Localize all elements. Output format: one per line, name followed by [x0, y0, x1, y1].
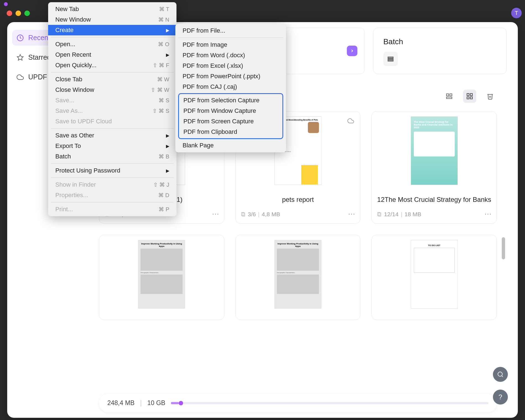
- menu-item-save-: Save...⌘ S: [48, 95, 176, 106]
- file-card[interactable]: Improve Working Productivity in Using Ap…: [99, 235, 224, 320]
- svg-point-18: [498, 372, 502, 376]
- svg-rect-2: [388, 57, 393, 58]
- menu-item-label: New Tab: [55, 6, 79, 13]
- menu-item-new-tab[interactable]: New Tab⌘ T: [48, 4, 176, 14]
- menu-separator: [51, 37, 174, 37]
- menu-item-open-quickly-[interactable]: Open Quickly...⇧ ⌘ F: [48, 60, 176, 71]
- more-icon[interactable]: ⋯: [484, 210, 492, 218]
- menu-item-save-as-other[interactable]: Save as Other▶: [48, 130, 176, 141]
- menu-item-label: Batch: [55, 153, 71, 160]
- menu-item-export-to[interactable]: Export To▶: [48, 141, 176, 151]
- chevron-right-icon: ▶: [166, 144, 169, 149]
- menu-separator: [51, 202, 174, 202]
- minimize-window-button[interactable]: [15, 11, 21, 16]
- storage-track: [171, 402, 488, 404]
- file-thumbnail: Improve Working Productivity in Using Ap…: [274, 240, 321, 309]
- svg-rect-3: [388, 59, 393, 60]
- menu-shortcut: ⇧ ⌘ W: [151, 87, 169, 93]
- grid-view-button[interactable]: [463, 90, 476, 103]
- submenu-item-blank-page[interactable]: Blank Page: [175, 140, 286, 151]
- file-pages: 12/14: [384, 211, 399, 218]
- menu-item-label: PDF from Screen Capture: [183, 118, 254, 125]
- sidebar-item-label: Recent: [28, 34, 50, 42]
- menu-item-protect-using-password[interactable]: Protect Using Password▶: [48, 165, 176, 176]
- menu-item-close-tab[interactable]: Close Tab⌘ W: [48, 74, 176, 85]
- maximize-window-button[interactable]: [24, 11, 30, 16]
- close-window-button[interactable]: [7, 11, 12, 16]
- separator: |: [140, 399, 142, 407]
- storage-bar: 248,4 MB | 10 GB: [99, 394, 497, 412]
- file-meta: 3/6 | 4,8 MB ⋯: [241, 210, 355, 218]
- menu-separator: [51, 72, 174, 72]
- submenu-item-pdf-from-window-capture[interactable]: PDF from Window Capture: [179, 106, 282, 116]
- card-title: Batch: [383, 37, 497, 46]
- svg-rect-10: [467, 97, 469, 99]
- svg-marker-1: [17, 54, 23, 60]
- menu-item-properties-: Properties...⌘ D: [48, 190, 176, 200]
- more-icon[interactable]: ⋯: [212, 210, 219, 218]
- submenu-item-pdf-from-caj-caj-[interactable]: PDF from CAJ (.caj): [175, 82, 286, 92]
- file-card[interactable]: The Most Crucial Strategy for Banks and …: [371, 111, 497, 224]
- menu-shortcut: ⌘ P: [158, 206, 169, 213]
- submenu-item-pdf-from-clipboard[interactable]: PDF from Clipboard: [179, 127, 282, 137]
- sidebar-item-label: Starred: [28, 53, 51, 61]
- shortcut-card-batch[interactable]: Batch: [373, 28, 507, 74]
- menu-separator: [178, 38, 283, 38]
- delete-button[interactable]: [484, 90, 497, 103]
- create-submenu: PDF from File...PDF from ImagePDF from W…: [175, 24, 286, 152]
- menu-item-label: Properties...: [55, 192, 88, 199]
- file-pages: 3/6: [248, 211, 256, 218]
- scrollbar-thumb[interactable]: [502, 237, 505, 259]
- submenu-item-pdf-from-file-[interactable]: PDF from File...: [175, 25, 286, 36]
- menu-item-label: Save as Other: [55, 132, 94, 139]
- menu-item-new-window[interactable]: New Window⌘ N: [48, 14, 176, 25]
- file-thumbnail: The Most Crucial Strategy for Banks and …: [411, 116, 458, 185]
- menu-separator: [51, 128, 174, 129]
- submenu-item-pdf-from-powerpoint-pptx-[interactable]: PDF from PowerPoint (.pptx): [175, 71, 286, 82]
- highlighted-group: PDF from Selection CapturePDF from Windo…: [178, 93, 283, 139]
- storage-total: 10 GB: [147, 399, 165, 407]
- menu-shortcut: ⇧ ⌘ F: [153, 62, 169, 69]
- svg-rect-9: [470, 93, 472, 96]
- submenu-item-pdf-from-excel-xlsx-[interactable]: PDF from Excel (.xlsx): [175, 61, 286, 71]
- menu-item-open-recent[interactable]: Open Recent▶: [48, 49, 176, 60]
- menu-item-show-in-finder: Show in Finder⇧ ⌘ J: [48, 179, 176, 190]
- submenu-item-pdf-from-image[interactable]: PDF from Image: [175, 40, 286, 50]
- pages-icon: [241, 212, 246, 217]
- file-card[interactable]: Improve Working Productivity in Using Ap…: [235, 235, 361, 320]
- svg-rect-4: [388, 60, 393, 61]
- file-size: 4,8 MB: [262, 211, 280, 218]
- premium-indicator: [4, 2, 8, 6]
- menu-item-batch[interactable]: Batch⌘ B: [48, 151, 176, 162]
- menu-item-label: Create: [55, 27, 74, 34]
- menu-item-open-[interactable]: Open...⌘ O: [48, 39, 176, 49]
- help-fab[interactable]: ?: [493, 390, 508, 405]
- menu-item-label: Open Quickly...: [55, 62, 97, 69]
- menu-item-label: PDF from Window Capture: [183, 107, 256, 114]
- chevron-right-icon[interactable]: [347, 46, 357, 56]
- search-fab[interactable]: [493, 367, 508, 382]
- svg-rect-7: [446, 97, 452, 98]
- avatar-initial: T: [515, 10, 518, 16]
- pages-icon: [377, 212, 382, 217]
- list-view-button[interactable]: [443, 90, 456, 103]
- user-avatar[interactable]: T: [511, 8, 522, 18]
- more-icon[interactable]: ⋯: [348, 210, 355, 218]
- file-card[interactable]: TO DO LIST: [371, 235, 497, 320]
- svg-rect-11: [470, 97, 472, 99]
- menu-item-label: Export To: [55, 142, 81, 150]
- view-controls: [443, 90, 497, 103]
- file-name: pets report: [241, 191, 355, 208]
- window-controls: [7, 11, 30, 16]
- menu-item-label: Show in Finder: [55, 181, 96, 188]
- file-thumbnail: Improve Working Productivity in Using Ap…: [138, 240, 185, 309]
- submenu-item-pdf-from-screen-capture[interactable]: PDF from Screen Capture: [179, 116, 282, 127]
- file-name: 12The Most Crucial Strategy for Banks: [377, 191, 492, 208]
- submenu-item-pdf-from-selection-capture[interactable]: PDF from Selection Capture: [179, 95, 282, 106]
- menu-shortcut: ⌘ W: [157, 76, 169, 83]
- file-thumbnail: TO DO LIST: [411, 240, 458, 309]
- submenu-item-pdf-from-word-docx-[interactable]: PDF from Word (.docx): [175, 50, 286, 61]
- menu-item-create[interactable]: Create▶: [48, 25, 176, 35]
- menu-item-close-window[interactable]: Close Window⇧ ⌘ W: [48, 85, 176, 95]
- cloud-icon: [347, 118, 354, 125]
